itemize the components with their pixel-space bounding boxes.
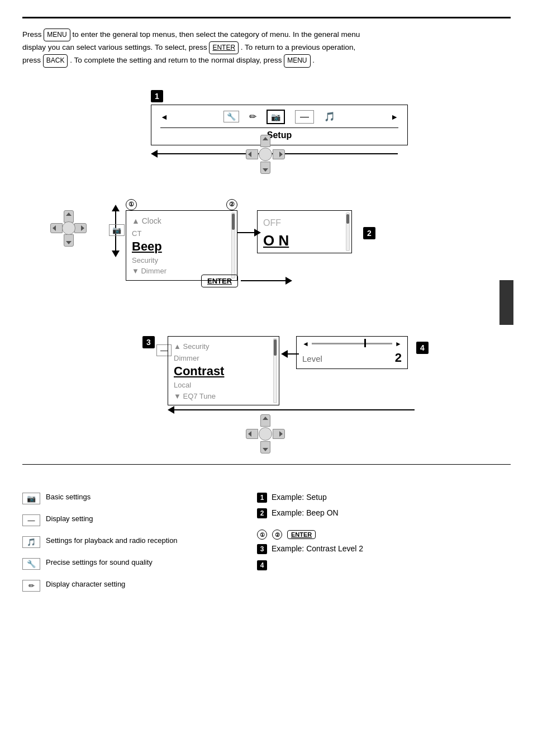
menu-item-ct: CT (132, 228, 231, 239)
intro-text-part4: . To complete the setting and return to … (70, 56, 284, 64)
char-icon: ✏ (249, 111, 256, 122)
sound-icon: 🔧 (223, 111, 239, 122)
basic-settings-text: Basic settings (46, 493, 91, 501)
step34-dpad-right[interactable] (273, 429, 285, 439)
basic-settings-icon: 📷 (22, 493, 40, 504)
step2-dpad-container (50, 210, 87, 247)
back-key[interactable]: BACK (43, 54, 68, 67)
step1-dpad (246, 135, 285, 174)
display-setting-text: Display setting (46, 514, 93, 523)
char-setting-text: Display character setting (46, 580, 125, 588)
step4-level-box: ◄ ► Level 2 (296, 336, 408, 369)
playback-text: Settings for playback and radio receptio… (46, 536, 178, 545)
step3-item-contrast: Contrast (174, 363, 273, 380)
legend-right: 1 Example: Setup 2 Example: Beep ON ① ② … (257, 493, 511, 602)
menu-arrow-left: ◄ (160, 112, 168, 121)
step2-dpad-right[interactable] (74, 223, 87, 233)
step3-item-eq7: ▼ EQ7 Tune (174, 391, 273, 402)
legend-example3-text: Example: Contrast Level 2 (272, 544, 363, 553)
scrollbar (231, 212, 235, 278)
step2-options-box: OFF O N (257, 210, 352, 253)
step4-badge-container: 4 (416, 342, 431, 354)
circle-1: ① (126, 199, 137, 210)
sound-quality-text: Precise settings for sound quality (46, 558, 153, 566)
level-display: Level 2 (302, 351, 402, 365)
step3-menu-list: ▲ Security Dimmer Contrast Local ▼ EQ7 T… (168, 336, 279, 405)
step4-level-area: ◄ ► Level 2 (296, 336, 408, 369)
menu-key-1[interactable]: MENU (44, 29, 70, 41)
step3-scrollbar (273, 338, 277, 403)
legend-enter-btn: ENTER (287, 530, 316, 539)
legend-circle-1: ① (257, 530, 267, 540)
slider-arrow-right: ► (395, 340, 402, 348)
slider-container: ◄ ► (302, 340, 402, 348)
step2-badge: 2 (363, 227, 375, 239)
step2-panel: 📷 ▲ Clock CT Beep Security ▼ Dimmer (126, 210, 237, 281)
step2-arrow-right (237, 229, 261, 237)
step3-scroll-thumb (274, 339, 277, 356)
side-tab (499, 280, 513, 325)
legend-sound-quality: 🔧 Precise settings for sound quality (22, 558, 235, 570)
step2-menu-list: ▲ Clock CT Beep Security ▼ Dimmer (126, 210, 237, 281)
dpad-left[interactable] (246, 149, 258, 159)
legend-display-setting: — Display setting (22, 514, 235, 526)
step2-dpad-center[interactable] (62, 221, 75, 235)
step3-item-security: ▲ Security (174, 340, 273, 353)
legend-char-setting: ✏ Display character setting (22, 580, 235, 592)
slider-track (312, 343, 392, 344)
dpad-right[interactable] (273, 149, 285, 159)
option-on: O N (263, 232, 346, 249)
enter-button[interactable]: ENTER (201, 275, 238, 287)
step34-horiz-arrow (281, 350, 299, 358)
step3-badge: 3 (142, 336, 155, 348)
step34-dpad-left[interactable] (246, 429, 258, 439)
legend-circle-2: ② (272, 530, 282, 540)
step2-dpad[interactable] (50, 210, 87, 247)
setup-icon-active: 📷 (266, 110, 285, 124)
diagram-area: 1 ◄ 🔧 ✏ 📷 — 🎵 (22, 84, 511, 465)
step2-dpad-left[interactable] (50, 223, 63, 233)
legend-circles-enter: ① ② ENTER (257, 530, 511, 540)
char-setting-icon: ✏ (22, 580, 40, 592)
step34-dpad-up[interactable] (260, 414, 270, 427)
menu-item-beep: Beep (132, 239, 231, 255)
legend-badge-2: 2 (257, 508, 267, 518)
circle-2: ② (226, 199, 237, 210)
level-label: Level (302, 354, 322, 363)
playback-radio-icon: 🎵 (22, 536, 40, 548)
dpad-up[interactable] (260, 135, 270, 147)
menu-key-2[interactable]: MENU (284, 54, 310, 67)
display-icon: — (295, 110, 314, 124)
menu-item-security: Security (132, 255, 231, 266)
legend-example1-text: Example: Setup (272, 493, 327, 502)
menu-arrow-right: ► (391, 112, 398, 121)
page-container: Press MENU to enter the general top menu… (0, 0, 533, 618)
step34-dpad[interactable] (246, 414, 285, 453)
dpad-control[interactable] (246, 135, 285, 174)
step1-badge: 1 (151, 90, 163, 102)
legend-example1: 1 Example: Setup (257, 493, 511, 503)
step3-item-dimmer: Dimmer (174, 353, 273, 364)
options-scrollbar (346, 212, 350, 251)
step3-panel: ▲ Security Dimmer Contrast Local ▼ EQ7 T… (168, 336, 279, 405)
dpad-center[interactable] (259, 148, 272, 161)
legend-area: 📷 Basic settings — Display setting 🎵 Set… (22, 481, 511, 602)
legend-playback: 🎵 Settings for playback and radio recept… (22, 536, 235, 548)
dpad-down[interactable] (260, 162, 270, 174)
legend-example4: 4 (257, 560, 511, 570)
legend-example2: 2 Example: Beep ON (257, 508, 511, 518)
legend-left: 📷 Basic settings — Display setting 🎵 Set… (22, 493, 235, 602)
step34-dpad-down[interactable] (260, 441, 270, 453)
step2-dpad-down[interactable] (64, 234, 74, 247)
legend-badge-4: 4 (257, 560, 267, 570)
step3-badge-container: 3 (142, 336, 158, 348)
intro-text-part5: . (312, 56, 315, 64)
step3-item-local: Local (174, 380, 273, 391)
step34-dpad-center[interactable] (259, 427, 272, 441)
legend-badge-3: 3 (257, 544, 267, 554)
intro-text: Press MENU to enter the general top menu… (22, 29, 503, 68)
enter-key[interactable]: ENTER (209, 41, 239, 54)
legend-badge-1: 1 (257, 493, 267, 503)
step2-dpad-up[interactable] (64, 210, 74, 223)
options-scroll-thumb (346, 214, 349, 224)
